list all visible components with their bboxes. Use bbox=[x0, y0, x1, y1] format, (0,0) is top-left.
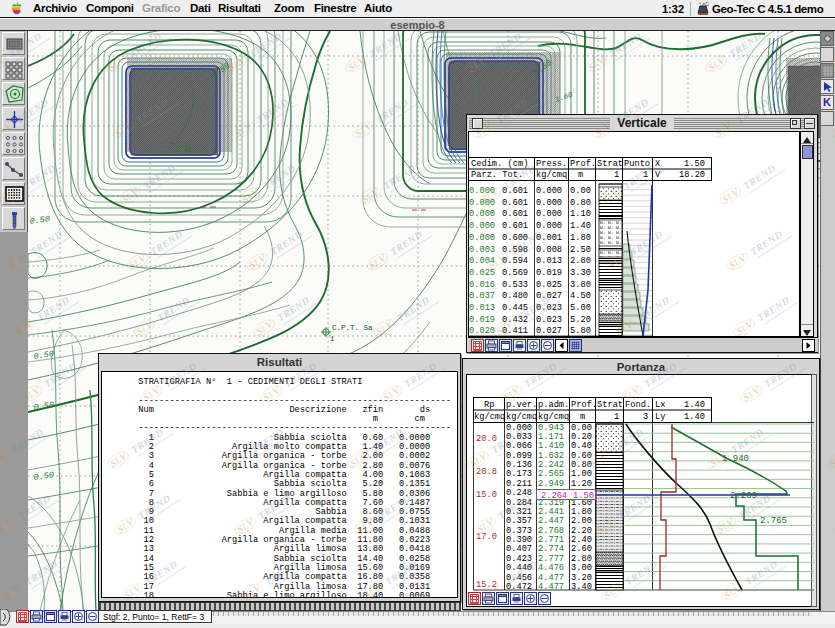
svg-text:0.019: 0.019 bbox=[536, 268, 562, 278]
svg-text:2.765: 2.765 bbox=[760, 516, 787, 526]
svg-text:1: 1 bbox=[330, 335, 335, 343]
svg-text:0.000: 0.000 bbox=[536, 209, 562, 219]
svg-text:0.000: 0.000 bbox=[469, 209, 495, 219]
svg-text:5.80: 5.80 bbox=[570, 326, 591, 336]
svg-text:Cedim. (cm): Cedim. (cm) bbox=[471, 159, 528, 169]
svg-text:1.40: 1.40 bbox=[684, 400, 705, 410]
svg-text:0.004: 0.004 bbox=[469, 256, 495, 266]
svg-text:V: V bbox=[655, 170, 661, 180]
svg-text:°↗C: °↗C bbox=[699, 1, 709, 7]
svg-text:2.50: 2.50 bbox=[570, 245, 591, 255]
svg-text:3: 3 bbox=[643, 412, 648, 422]
svg-text:0.025: 0.025 bbox=[536, 280, 562, 290]
svg-text:0.000: 0.000 bbox=[536, 198, 562, 208]
svg-text:p.ver.: p.ver. bbox=[506, 400, 537, 410]
svg-text:2.209: 2.209 bbox=[730, 491, 757, 501]
svg-text:Strat: Strat bbox=[597, 400, 623, 410]
svg-text:0.019: 0.019 bbox=[469, 315, 495, 325]
svg-text:1: 1 bbox=[643, 170, 648, 180]
svg-text:Fond.: Fond. bbox=[625, 400, 651, 410]
svg-text:20.0: 20.0 bbox=[476, 434, 497, 444]
svg-text:0.025: 0.025 bbox=[469, 268, 495, 278]
svg-text:1.50: 1.50 bbox=[573, 491, 594, 501]
svg-text:3.30: 3.30 bbox=[570, 268, 591, 278]
svg-text:kg/cmq: kg/cmq bbox=[474, 412, 505, 422]
svg-text:0.016: 0.016 bbox=[469, 280, 495, 290]
svg-text:Strat: Strat bbox=[597, 159, 623, 169]
svg-text:0.601: 0.601 bbox=[502, 221, 528, 231]
svg-text:5.20: 5.20 bbox=[570, 315, 591, 325]
svg-text:1.40: 1.40 bbox=[570, 221, 591, 231]
svg-text:Parz. Tot.: Parz. Tot. bbox=[471, 170, 523, 180]
svg-text:0.013: 0.013 bbox=[536, 256, 562, 266]
svg-text:0.023: 0.023 bbox=[536, 303, 562, 313]
svg-text:0.027: 0.027 bbox=[536, 291, 562, 301]
svg-text:0.000: 0.000 bbox=[536, 221, 562, 231]
svg-text:0.001: 0.001 bbox=[536, 233, 562, 243]
svg-text:5.00: 5.00 bbox=[570, 303, 591, 313]
svg-text:0.003: 0.003 bbox=[469, 245, 495, 255]
svg-text:1.940: 1.940 bbox=[722, 454, 749, 464]
svg-text:0.600: 0.600 bbox=[502, 233, 528, 243]
svg-text:3.80: 3.80 bbox=[570, 280, 591, 290]
svg-text:0.013: 0.013 bbox=[469, 303, 495, 313]
svg-text:4.477: 4.477 bbox=[538, 582, 564, 592]
svg-text:1: 1 bbox=[614, 170, 619, 180]
svg-text:0.027: 0.027 bbox=[536, 326, 562, 336]
svg-text:X: X bbox=[655, 159, 661, 169]
svg-text:4.50: 4.50 bbox=[570, 291, 591, 301]
svg-text:0.601: 0.601 bbox=[502, 186, 528, 196]
svg-text:2.44: 2.44 bbox=[175, 146, 192, 154]
svg-text:0.411: 0.411 bbox=[502, 326, 528, 336]
svg-text:2.264: 2.264 bbox=[541, 491, 567, 501]
svg-text:Lx: Lx bbox=[655, 400, 665, 410]
svg-text:Punto: Punto bbox=[624, 159, 650, 169]
svg-text:0.000: 0.000 bbox=[469, 233, 495, 243]
svg-text:0.533: 0.533 bbox=[502, 280, 528, 290]
svg-text:15.0: 15.0 bbox=[476, 490, 497, 500]
svg-text:kg/cmq: kg/cmq bbox=[506, 412, 537, 422]
svg-text:1.10: 1.10 bbox=[570, 209, 591, 219]
svg-text:C.P.T. Sa: C.P.T. Sa bbox=[332, 324, 373, 332]
svg-text:0.594: 0.594 bbox=[502, 256, 528, 266]
svg-text:0.000: 0.000 bbox=[469, 198, 495, 208]
svg-text:0.601: 0.601 bbox=[502, 209, 528, 219]
svg-text:0.023: 0.023 bbox=[536, 315, 562, 325]
svg-text:0.445: 0.445 bbox=[502, 303, 528, 313]
svg-text:Press.: Press. bbox=[536, 159, 567, 169]
svg-text:0.000: 0.000 bbox=[469, 186, 495, 196]
svg-text:0.601: 0.601 bbox=[502, 198, 528, 208]
svg-text:m: m bbox=[578, 170, 583, 180]
svg-text:0.008: 0.008 bbox=[536, 245, 562, 255]
svg-text:15.2: 15.2 bbox=[476, 580, 497, 590]
svg-text:1.40: 1.40 bbox=[684, 412, 705, 422]
svg-text:3.40: 3.40 bbox=[571, 582, 592, 592]
svg-text:17.0: 17.0 bbox=[476, 532, 497, 542]
svg-text:p.adm.: p.adm. bbox=[538, 400, 569, 410]
svg-text:Prof.: Prof. bbox=[571, 400, 597, 410]
svg-text:0.00: 0.00 bbox=[570, 186, 591, 196]
svg-text:0.432: 0.432 bbox=[502, 315, 528, 325]
svg-text:1.80: 1.80 bbox=[570, 233, 591, 243]
svg-text:m: m bbox=[580, 412, 585, 422]
svg-text:0.037: 0.037 bbox=[469, 291, 495, 301]
svg-text:20.8: 20.8 bbox=[476, 467, 497, 477]
svg-text:0.000: 0.000 bbox=[469, 221, 495, 231]
svg-text:0.80: 0.80 bbox=[570, 198, 591, 208]
svg-text:Ly: Ly bbox=[655, 412, 665, 422]
svg-text:0.020: 0.020 bbox=[469, 326, 495, 336]
svg-text:0.598: 0.598 bbox=[502, 245, 528, 255]
svg-text:0.000: 0.000 bbox=[536, 186, 562, 196]
svg-text:kg/cmq: kg/cmq bbox=[538, 412, 569, 422]
svg-text:0.472: 0.472 bbox=[506, 582, 532, 592]
svg-text:2.80: 2.80 bbox=[570, 256, 591, 266]
svg-text:1.50: 1.50 bbox=[684, 159, 705, 169]
svg-text:Prof.: Prof. bbox=[570, 159, 596, 169]
svg-text:Rp: Rp bbox=[484, 400, 494, 410]
svg-text:1: 1 bbox=[614, 412, 619, 422]
svg-text:0.569: 0.569 bbox=[502, 268, 528, 278]
svg-text:18.20: 18.20 bbox=[679, 170, 705, 180]
svg-text:0.480: 0.480 bbox=[502, 291, 528, 301]
svg-text:kg/cmq: kg/cmq bbox=[536, 170, 567, 180]
